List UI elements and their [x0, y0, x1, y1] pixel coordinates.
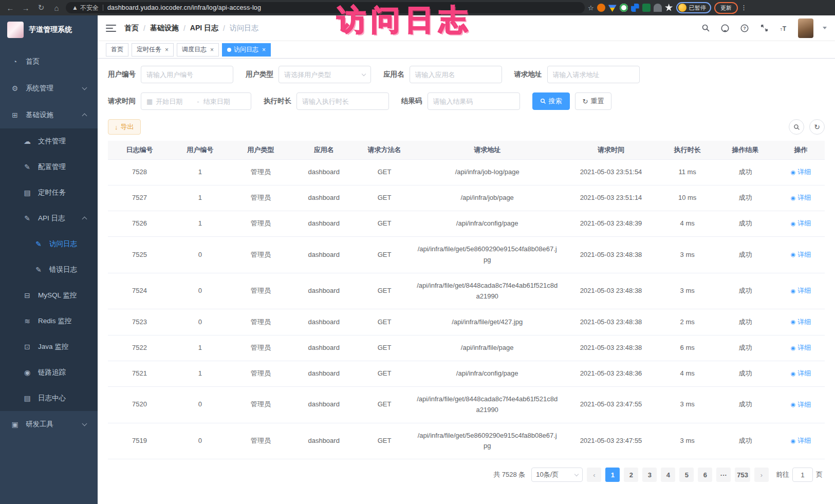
address-bar[interactable]: ▲不安全 dashboard.yudao.iocoder.cn/infra/lo… — [66, 2, 585, 13]
select-value[interactable] — [284, 71, 359, 79]
tab-3[interactable]: 访问日志× — [222, 43, 271, 57]
extension-pin-icon[interactable] — [665, 4, 673, 12]
filter-input-执行时长[interactable] — [296, 92, 389, 110]
text-input[interactable] — [553, 71, 634, 79]
goto-page-input[interactable] — [792, 468, 813, 482]
github-icon[interactable] — [720, 23, 730, 33]
breadcrumb-item-2[interactable]: API 日志 — [190, 24, 218, 33]
extension-icon[interactable] — [620, 4, 628, 12]
browser-forward-icon[interactable]: → — [20, 4, 32, 12]
sidebar-item-3[interactable]: ☁文件管理 — [0, 128, 98, 154]
browser-back-icon[interactable]: ← — [4, 4, 16, 12]
sidebar-logo[interactable]: 芋道管理系统 — [0, 15, 98, 44]
page-button-6[interactable]: 6 — [698, 468, 712, 482]
detail-link[interactable]: ◉详细 — [791, 286, 811, 296]
end-date-input[interactable] — [203, 98, 240, 105]
sidebar-item-6[interactable]: ✎API 日志 — [0, 206, 98, 231]
user-avatar[interactable] — [798, 18, 813, 38]
close-icon[interactable]: × — [262, 46, 266, 53]
toggle-search-button[interactable] — [789, 119, 804, 135]
sidebar-item-9[interactable]: ⊟MySQL 监控 — [0, 283, 98, 308]
text-input[interactable] — [433, 98, 514, 105]
sidebar-item-11[interactable]: ⊡Java 监控 — [0, 334, 98, 360]
page-button-753[interactable]: 753 — [735, 468, 750, 482]
breadcrumb-item-1[interactable]: 基础设施 — [150, 24, 179, 33]
sidebar-item-7[interactable]: ✎访问日志 — [0, 231, 98, 257]
sidebar-item-10[interactable]: ≋Redis 监控 — [0, 308, 98, 334]
sidebar-item-14[interactable]: ▣研发工具 — [0, 411, 98, 438]
start-date-input[interactable] — [156, 98, 193, 105]
sidebar-item-4[interactable]: ✎配置管理 — [0, 154, 98, 180]
url-text: dashboard.yudao.iocoder.cn/infra/log/api… — [107, 4, 261, 11]
page-ellipsis[interactable]: ··· — [716, 468, 731, 482]
sidebar-item-8[interactable]: ✎错误日志 — [0, 257, 98, 283]
help-icon[interactable]: ? — [739, 23, 750, 33]
sidebar-item-5[interactable]: ▤定时任务 — [0, 180, 98, 206]
breadcrumb-item-0[interactable]: 首页 — [124, 24, 139, 33]
tab-1[interactable]: 定时任务× — [132, 43, 174, 57]
prev-page-button[interactable]: ‹ — [587, 468, 601, 482]
filter-select-用户类型[interactable] — [279, 66, 371, 83]
extension-icon[interactable] — [608, 4, 617, 12]
page-button-1[interactable]: 1 — [605, 468, 620, 482]
tab-2[interactable]: 调度日志× — [177, 43, 219, 57]
filter-input-应用名[interactable] — [410, 66, 502, 83]
filter-input-请求地址[interactable] — [547, 66, 640, 83]
extension-icon[interactable] — [597, 4, 605, 12]
detail-link[interactable]: ◉详细 — [791, 167, 811, 178]
page-button-4[interactable]: 4 — [661, 468, 675, 482]
text-input[interactable] — [415, 71, 496, 79]
extension-icon[interactable] — [631, 4, 639, 12]
browser-update-button[interactable]: 更新 — [714, 2, 738, 14]
sidebar-item-1[interactable]: ⚙系统管理 — [0, 75, 98, 102]
text-input[interactable] — [302, 98, 383, 105]
tab-0[interactable]: 首页 — [106, 43, 128, 57]
refresh-button[interactable]: ↻ — [809, 119, 825, 135]
browser-home-icon[interactable]: ⌂ — [50, 4, 63, 12]
next-page-button[interactable]: › — [754, 468, 769, 482]
hamburger-icon[interactable] — [106, 23, 116, 34]
bookmark-star-icon[interactable]: ☆ — [588, 4, 594, 12]
sidebar-item-label: 系统管理 — [26, 84, 53, 93]
page-button-2[interactable]: 2 — [624, 468, 638, 482]
filter-input-结果码[interactable] — [428, 92, 520, 110]
sidebar-item-2[interactable]: ⊞基础设施 — [0, 102, 98, 128]
cell-id: 7525 — [108, 237, 171, 273]
fullscreen-icon[interactable] — [759, 23, 769, 33]
detail-link[interactable]: ◉详细 — [791, 368, 811, 379]
close-icon[interactable]: × — [165, 46, 169, 53]
detail-link[interactable]: ◉详细 — [791, 218, 811, 229]
page-size-select[interactable]: 10条/页 — [531, 468, 583, 482]
detail-link[interactable]: ◉详细 — [791, 343, 811, 353]
browser-menu-icon[interactable]: ⋮ — [741, 4, 748, 11]
detail-link[interactable]: ◉详细 — [791, 400, 811, 410]
search-button[interactable]: 搜索 — [532, 92, 570, 110]
extension-icon[interactable] — [642, 4, 651, 12]
text-input[interactable] — [146, 71, 228, 79]
close-icon[interactable]: × — [210, 46, 214, 53]
reset-button-label: 重置 — [590, 97, 604, 106]
sidebar-item-13[interactable]: ▤日志中心 — [0, 385, 98, 411]
browser-reload-icon[interactable]: ↻ — [35, 3, 47, 12]
filter-input-用户编号[interactable] — [141, 66, 233, 83]
browser-profile[interactable]: 已暂停 — [676, 2, 711, 13]
search-icon[interactable] — [700, 23, 711, 33]
cell-user_type: 管理员 — [229, 159, 292, 185]
chevron-down-icon[interactable] — [823, 27, 827, 29]
page-button-5[interactable]: 5 — [679, 468, 694, 482]
page-button-3[interactable]: 3 — [642, 468, 657, 482]
sidebar-item-label: 访问日志 — [49, 239, 77, 249]
export-button[interactable]: ↓ 导出 — [108, 119, 141, 135]
detail-link[interactable]: ◉详细 — [791, 436, 811, 446]
security-warning[interactable]: ▲不安全 — [72, 4, 99, 12]
font-size-icon[interactable]: TT — [778, 23, 789, 33]
date-range-picker[interactable]: ▦- — [141, 92, 251, 110]
extension-icon[interactable] — [654, 4, 662, 12]
detail-link[interactable]: ◉详细 — [791, 317, 811, 328]
detail-link[interactable]: ◉详细 — [791, 193, 811, 203]
detail-link[interactable]: ◉详细 — [791, 250, 811, 260]
cell-actions: ◉详细 — [777, 423, 825, 459]
sidebar-item-0[interactable]: ◔首页 — [0, 48, 98, 75]
reset-button[interactable]: ↻重置 — [575, 92, 612, 110]
sidebar-item-12[interactable]: ◉链路追踪 — [0, 360, 98, 385]
